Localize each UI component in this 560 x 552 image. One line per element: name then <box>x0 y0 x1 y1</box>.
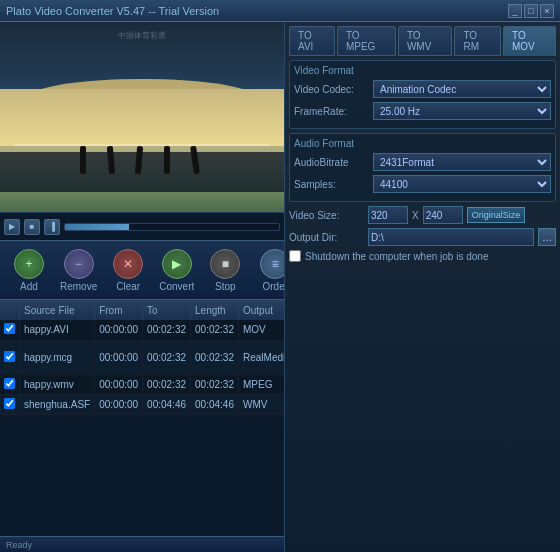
video-controls: ▶ ■ ▐ <box>0 212 284 240</box>
clear-label: Clear <box>116 281 140 292</box>
clear-icon: ✕ <box>113 249 143 279</box>
col-check <box>0 300 20 320</box>
remove-button[interactable]: − Remove <box>54 245 103 296</box>
col-to: To <box>143 300 191 320</box>
video-size-label: Video Size: <box>289 210 364 221</box>
title-bar: Plato Video Converter V5.47 -- Trial Ver… <box>0 0 560 22</box>
row-output: RealMedia <box>238 340 284 374</box>
add-icon: + <box>14 249 44 279</box>
row-length: 00:02:32 <box>191 320 239 340</box>
row-to: 00:02:32 <box>143 374 191 394</box>
remove-label: Remove <box>60 281 97 292</box>
video-scene: 中国体育彩票 <box>0 22 284 212</box>
row-source: happy.mcg <box>20 340 95 374</box>
bitrate-select[interactable]: 2431Format 128kbps 192kbps <box>373 153 551 171</box>
maximize-button[interactable]: □ <box>524 4 538 18</box>
tab-avi[interactable]: TO AVI <box>289 26 335 56</box>
status-bar: Ready <box>0 536 284 552</box>
original-size-button[interactable]: OriginalSize <box>467 207 526 223</box>
row-output: WMV <box>238 394 284 414</box>
row-output: MPEG <box>238 374 284 394</box>
width-input[interactable] <box>368 206 408 224</box>
play-button[interactable]: ▶ <box>4 219 20 235</box>
close-button[interactable]: × <box>540 4 554 18</box>
audio-format-legend: Audio Format <box>294 138 551 149</box>
tab-rm[interactable]: TO RM <box>454 26 501 56</box>
toolbar: + Add − Remove ✕ Clear ▶ Convert ■ Stop … <box>0 240 284 300</box>
row-length: 00:04:46 <box>191 394 239 414</box>
row-from: 00:00:00 <box>95 340 143 374</box>
add-button[interactable]: + Add <box>8 245 50 296</box>
framerate-select[interactable]: 25.00 Hz 29.97 Hz 30.00 Hz <box>373 102 551 120</box>
row-source: happy.AVI <box>20 320 95 340</box>
app-title: Plato Video Converter V5.47 -- Trial Ver… <box>6 5 508 17</box>
row-source: shenghua.ASF <box>20 394 95 414</box>
col-from: From <box>95 300 143 320</box>
row-check-cell[interactable] <box>0 374 20 394</box>
row-length: 00:02:32 <box>191 340 239 374</box>
col-source: Source File <box>20 300 95 320</box>
convert-button[interactable]: ▶ Convert <box>153 245 200 296</box>
stop-label: Stop <box>215 281 236 292</box>
window-controls: _ □ × <box>508 4 554 18</box>
clear-button[interactable]: ✕ Clear <box>107 245 149 296</box>
row-output: MOV <box>238 320 284 340</box>
tab-mov[interactable]: TO MOV <box>503 26 556 56</box>
table-row[interactable]: shenghua.ASF 00:00:00 00:04:46 00:04:46 … <box>0 394 284 414</box>
minimize-button[interactable]: _ <box>508 4 522 18</box>
output-dir-row: Output Dir: … <box>289 228 556 246</box>
table-row[interactable]: happy.mcg 00:00:00 00:02:32 00:02:32 Rea… <box>0 340 284 374</box>
format-tabs: TO AVI TO MPEG TO WMV TO RM TO MOV <box>289 26 556 56</box>
stop-tool-button[interactable]: ■ Stop <box>204 245 246 296</box>
table-header-row: Source File From To Length Output Conver… <box>0 300 284 320</box>
row-to: 00:02:32 <box>143 340 191 374</box>
frame-button[interactable]: ▐ <box>44 219 60 235</box>
convert-label: Convert <box>159 281 194 292</box>
table-row[interactable]: happy.wmv 00:00:00 00:02:32 00:02:32 MPE… <box>0 374 284 394</box>
file-list-area[interactable]: Source File From To Length Output Conver… <box>0 300 284 536</box>
bitrate-label: AudioBitrate <box>294 157 369 168</box>
status-text: Ready <box>6 540 32 550</box>
codec-row: Video Codec: Animation Codec H.264 MPEG-… <box>294 80 551 98</box>
video-overlay-text: 中国体育彩票 <box>118 30 166 41</box>
row-to: 00:02:32 <box>143 320 191 340</box>
shutdown-checkbox[interactable] <box>289 250 301 262</box>
add-label: Add <box>20 281 38 292</box>
row-check-cell[interactable] <box>0 394 20 414</box>
output-dir-input[interactable] <box>368 228 534 246</box>
stop-button[interactable]: ■ <box>24 219 40 235</box>
stop-icon: ■ <box>210 249 240 279</box>
audio-format-section: Audio Format AudioBitrate 2431Format 128… <box>289 133 556 202</box>
main-content: 中国体育彩票 ▶ ■ ▐ + Add − Remove ✕ Clear <box>0 22 560 552</box>
col-length: Length <box>191 300 239 320</box>
left-panel: 中国体育彩票 ▶ ■ ▐ + Add − Remove ✕ Clear <box>0 22 284 552</box>
samples-label: Samples: <box>294 179 369 190</box>
row-check-cell[interactable] <box>0 320 20 340</box>
row-from: 00:00:00 <box>95 374 143 394</box>
right-panel: TO AVI TO MPEG TO WMV TO RM TO MOV Video… <box>284 22 560 552</box>
output-dir-label: Output Dir: <box>289 232 364 243</box>
file-table: Source File From To Length Output Conver… <box>0 300 284 415</box>
codec-label: Video Codec: <box>294 84 369 95</box>
tab-wmv[interactable]: TO WMV <box>398 26 453 56</box>
height-input[interactable] <box>423 206 463 224</box>
table-row[interactable]: happy.AVI 00:00:00 00:02:32 00:02:32 MOV <box>0 320 284 340</box>
shutdown-row: Shutdown the computer when job is done <box>289 250 556 262</box>
row-to: 00:04:46 <box>143 394 191 414</box>
video-size-row: Video Size: X OriginalSize <box>289 206 556 224</box>
codec-select[interactable]: Animation Codec H.264 MPEG-4 <box>373 80 551 98</box>
samples-select[interactable]: 44100 22050 48000 <box>373 175 551 193</box>
size-x-separator: X <box>412 210 419 221</box>
video-format-legend: Video Format <box>294 65 551 76</box>
video-progress-bar[interactable] <box>64 223 280 231</box>
shutdown-label: Shutdown the computer when job is done <box>305 251 488 262</box>
framerate-label: FrameRate: <box>294 106 369 117</box>
tab-mpeg[interactable]: TO MPEG <box>337 26 396 56</box>
framerate-row: FrameRate: 25.00 Hz 29.97 Hz 30.00 Hz <box>294 102 551 120</box>
video-format-section: Video Format Video Codec: Animation Code… <box>289 60 556 129</box>
col-output: Output <box>238 300 284 320</box>
video-progress-fill <box>65 224 129 230</box>
video-preview: 中国体育彩票 <box>0 22 284 212</box>
row-check-cell[interactable] <box>0 340 20 374</box>
output-dir-browse-button[interactable]: … <box>538 228 556 246</box>
